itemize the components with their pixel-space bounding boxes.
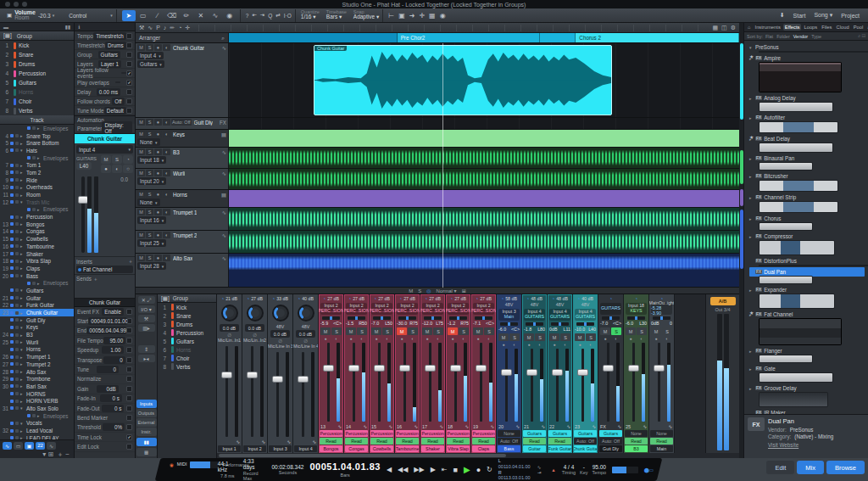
split-view-icon[interactable]: ◫ [721, 25, 727, 31]
expand-arrow-icon[interactable]: ▾ [20, 215, 25, 220]
loop-button[interactable]: ↻ [487, 466, 492, 473]
pan-slider[interactable] [322, 316, 340, 320]
record-arm-icon[interactable]: ● [375, 336, 377, 341]
automation-mode-chip[interactable]: Auto: Off [171, 119, 192, 126]
track-header[interactable]: M S ● ◐ Chunk Guitar ∿ Input 4▾ Guitars▾ [136, 43, 229, 117]
track-list-item[interactable]: ▾ Keys [0, 324, 74, 332]
effect-row[interactable]: ▸ FX Analog Delay [749, 93, 868, 103]
event-row[interactable]: Fade-Out 0 s [75, 404, 135, 413]
monitor-icon[interactable]: ◐ [564, 342, 566, 347]
effect-thumbnail[interactable] [760, 163, 812, 170]
stop-button[interactable]: ■ [453, 466, 458, 474]
play-button[interactable]: ▶ [464, 465, 470, 474]
snap-mode-icon[interactable]: ◉ [440, 12, 446, 20]
record-arm-icon[interactable]: ● [502, 342, 504, 347]
view-toggle-button[interactable]: Mix [797, 461, 824, 474]
channel-fader[interactable] [525, 349, 544, 422]
effect-thumbnail[interactable] [760, 355, 812, 362]
channel-fader[interactable] [245, 346, 264, 437]
expand-arrow-icon[interactable]: ▸ [37, 413, 42, 418]
event-row[interactable]: End 00056.04.04.99 [75, 327, 135, 336]
fader-cap[interactable] [526, 369, 537, 376]
fit-icon[interactable]: ⇕ [138, 345, 155, 353]
add-track-icon[interactable]: ✛ [185, 25, 190, 31]
track-mute-dot[interactable] [15, 186, 19, 189]
record-arm-button[interactable]: ● [154, 254, 162, 261]
track-mute-dot[interactable] [15, 266, 19, 270]
edit-tool-icon[interactable]: ✕ [194, 10, 208, 21]
clock-icon[interactable]: ◔ [178, 25, 181, 31]
draw-icon[interactable]: ✏ [170, 25, 175, 31]
track-header[interactable]: M S ● ◐ Trumpet 2 ∿ Input 25▾ ▾ [136, 231, 229, 253]
inspector-row[interactable]: Layers follow events [75, 69, 135, 78]
expand-arrow-icon[interactable]: ▾ [20, 288, 25, 293]
edit-tool-icon[interactable]: ➤ [122, 10, 136, 21]
track-list-item[interactable]: ▾ Guitars [0, 287, 74, 294]
inspector-info-icon[interactable]: ℹ [78, 24, 80, 30]
event-row[interactable]: Start 00049.01.01.00 [75, 316, 135, 326]
record-arm-button[interactable]: ● [154, 119, 162, 126]
inspector-row[interactable]: Group Guitars [75, 50, 135, 59]
browser-tab[interactable]: Loops [802, 24, 819, 31]
solo-button[interactable]: S [146, 119, 153, 126]
mixer-channel-strip[interactable]: ◔21 dB 0.0 dB ∅ Mic/Lin..In1 [217, 294, 242, 453]
event-row[interactable]: Edit Lock [75, 442, 135, 451]
automation-param[interactable]: ▣ VolumeRoom -20.3▾ Control▾ [3, 9, 117, 22]
track-mute-dot[interactable] [15, 392, 19, 395]
channel-name-chip[interactable]: Bass [498, 445, 520, 452]
automation-chip[interactable]: Read [396, 438, 419, 445]
channel-routing[interactable]: MainOu..ight-5.28 -3.90 [651, 303, 672, 315]
track-lane[interactable] [229, 130, 739, 147]
track-list-item[interactable]: 22 ▸ Funk Guitar [0, 302, 74, 310]
mute-button[interactable]: M [137, 119, 145, 126]
mixer-channel-strip[interactable]: ◔48 dB 48V ∅ Input 4GUITARS -1.8L80 M [522, 294, 548, 453]
channel-fader[interactable] [296, 352, 315, 437]
effect-thumbnail[interactable] [760, 63, 841, 92]
expand-arrow-icon[interactable]: ▸ [749, 216, 754, 221]
solo-button[interactable]: S [662, 327, 672, 335]
monitor-button[interactable]: ◐ [163, 44, 170, 51]
effect-row[interactable]: ▸ FX Expander [749, 285, 868, 294]
channel-routing[interactable]: Input 18KEYS [626, 303, 647, 315]
pan-slider[interactable] [348, 316, 365, 320]
view-toggle-button[interactable]: Edit [766, 461, 794, 474]
track-mute-dot[interactable] [15, 311, 19, 315]
monitor-icon[interactable]: ◐ [360, 336, 363, 341]
event-row[interactable]: File Tempo 95.00 [75, 336, 135, 345]
track-list-item[interactable]: ▾ Horns [0, 346, 74, 354]
expand-arrow-icon[interactable]: ▾ [20, 421, 25, 426]
event-row[interactable]: Transpose 0 [75, 355, 135, 365]
channel-name-chip[interactable]: Input 4 [294, 445, 317, 452]
forward-button[interactable]: ▶▶ [414, 466, 424, 473]
monitor-icon[interactable]: ◐ [665, 336, 668, 341]
track-lane[interactable] [229, 254, 739, 287]
phase-button[interactable]: ∅ [242, 332, 267, 338]
pan-slider[interactable] [653, 316, 670, 320]
fader-cap[interactable] [247, 372, 258, 378]
track-list-item[interactable]: 4 ▸ Snare Top [0, 132, 74, 140]
channel-fader[interactable] [601, 343, 620, 422]
solo-button[interactable]: S [146, 232, 153, 238]
solo-button[interactable]: S [146, 170, 153, 176]
bus-chip[interactable]: None [625, 430, 648, 437]
browser-search-icon[interactable]: ⌕ ▤ [858, 33, 865, 39]
track-lane[interactable] [229, 208, 739, 230]
bus-chip[interactable]: None [498, 430, 520, 437]
track-input-select[interactable]: Input 18▾ [137, 156, 166, 164]
expand-arrow-icon[interactable]: ▸ [20, 377, 25, 382]
add-insert-icon[interactable]: ＋ [128, 258, 133, 266]
solo-button[interactable]: S [586, 333, 596, 341]
bus-chip[interactable]: Percussion [421, 430, 444, 437]
channel-name-chip[interactable]: Funk Guitar [548, 445, 571, 452]
expand-arrow-icon[interactable]: ▾ [20, 347, 25, 352]
automation-chip[interactable]: Auto: Off [574, 438, 597, 445]
fader-cap[interactable] [348, 365, 359, 372]
solo-button[interactable]: S [637, 327, 647, 335]
monitor-button[interactable]: ◐ [163, 170, 170, 176]
track-mute-dot[interactable] [15, 230, 19, 233]
track-list-item[interactable]: 7 ▸ Tom 1 [0, 161, 74, 169]
automation-chip[interactable]: Read [421, 438, 444, 445]
insert-slot[interactable]: Fat Channel [76, 266, 133, 273]
track-group-select[interactable]: Guitars▾ [137, 60, 164, 68]
bus-chip[interactable]: Percussion [320, 430, 342, 437]
